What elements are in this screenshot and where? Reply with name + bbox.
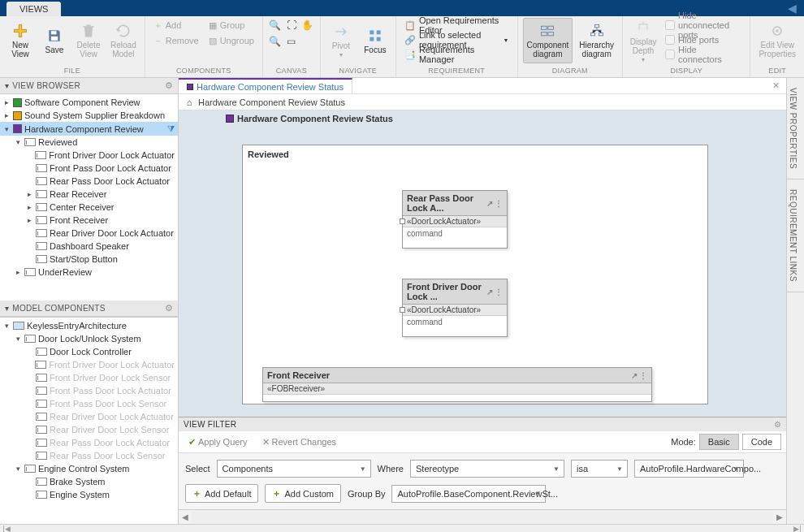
view-browser-header[interactable]: ▾ VIEW BROWSER ⚙: [0, 78, 178, 94]
view-browser-item[interactable]: Rear Driver Door Lock Actuator: [0, 227, 178, 240]
model-tree-item[interactable]: Front Driver Door Lock Sensor: [0, 371, 178, 384]
port-handle[interactable]: [400, 218, 405, 224]
apply-query-button[interactable]: ✔Apply Query: [184, 435, 253, 449]
expander-icon[interactable]: ▸: [26, 190, 33, 198]
view-properties-tab[interactable]: VIEW PROPERTIES: [787, 78, 804, 179]
view-browser-item[interactable]: Dashboard Speaker: [0, 240, 178, 253]
expander-icon[interactable]: ▾: [15, 138, 22, 146]
horizontal-scrollbar[interactable]: ◀ ▶: [179, 509, 786, 524]
home-icon[interactable]: ⌂: [184, 97, 195, 108]
view-browser-item[interactable]: Front Driver Door Lock Actuator: [0, 149, 178, 162]
view-browser-item[interactable]: Front Pass Door Lock Actuator: [0, 162, 178, 175]
breadcrumb-item[interactable]: Hardware Component Review Status: [198, 97, 345, 107]
canvas[interactable]: Hardware Component Review Status Reviewe…: [179, 110, 786, 417]
expander-icon[interactable]: ▸: [26, 203, 33, 211]
model-tree-item[interactable]: Rear Pass Door Lock Actuator: [0, 436, 178, 449]
menu-icon[interactable]: ⋮: [639, 371, 647, 380]
model-components-header[interactable]: ▾ MODEL COMPONENTS ⚙: [0, 301, 178, 317]
topbar-collapse-arrow[interactable]: ◀: [780, 0, 804, 16]
expander-icon[interactable]: ▾: [15, 335, 22, 343]
hide-connectors-checkbox[interactable]: Hide connectors: [662, 47, 745, 62]
expander-icon[interactable]: ▾: [3, 125, 11, 133]
new-view-button[interactable]: NewView: [5, 18, 36, 63]
menu-icon[interactable]: ⋮: [495, 288, 503, 296]
zoom-out-icon[interactable]: 🔍: [268, 34, 283, 49]
view-browser-item[interactable]: ▸UnderReview: [0, 266, 178, 279]
component-front-driver-actuator[interactable]: Front Driver Door Lock ...↗⋮ «DoorLockAc…: [402, 279, 508, 337]
view-browser-item[interactable]: ▾Reviewed: [0, 136, 178, 149]
expander-icon[interactable]: ▾: [15, 465, 22, 473]
requirement-links-tab[interactable]: REQUIREMENT LINKS: [787, 179, 804, 292]
expander-icon[interactable]: ▸: [15, 268, 22, 276]
views-tab[interactable]: VIEWS: [6, 2, 61, 16]
view-browser-item[interactable]: ▾Hardware Component Review⧩: [0, 122, 178, 136]
view-filter-header[interactable]: VIEW FILTER ⚙: [179, 417, 786, 431]
menu-icon[interactable]: ⋮: [495, 199, 503, 208]
model-tree-item[interactable]: Door Lock Controller: [0, 345, 178, 358]
component-front-receiver[interactable]: Front Receiver↗⋮ «FOBReceiver»: [262, 367, 652, 402]
model-tree-item[interactable]: Rear Pass Door Lock Sensor: [0, 449, 178, 462]
hierarchy-diagram-button[interactable]: Hierarchydiagram: [576, 18, 617, 63]
model-tree-item[interactable]: Front Driver Door Lock Actuator: [0, 358, 178, 371]
view-browser-item[interactable]: ▸Center Receiver: [0, 201, 178, 214]
component-diagram-button[interactable]: Componentdiagram: [523, 18, 573, 63]
pan-icon[interactable]: ✋: [300, 18, 315, 32]
save-button[interactable]: Save: [39, 18, 70, 63]
status-right-icon[interactable]: ▶|: [791, 525, 804, 532]
gear-icon[interactable]: ⚙: [774, 420, 781, 429]
expander-icon[interactable]: ▸: [3, 98, 11, 106]
model-tree-item[interactable]: ▾KeylessEntryArchitecture: [0, 319, 178, 332]
hide-unconnected-checkbox[interactable]: Hide unconnected ports: [662, 18, 745, 32]
port-handle[interactable]: [400, 307, 405, 313]
gear-icon[interactable]: ⚙: [165, 303, 173, 314]
view-browser-item[interactable]: ▸Front Receiver: [0, 214, 178, 227]
document-tab[interactable]: Hardware Component Review Status: [179, 78, 352, 93]
focus-button[interactable]: Focus: [360, 18, 391, 63]
expand-icon[interactable]: ↗: [486, 199, 493, 208]
op-value: isa: [577, 464, 588, 474]
display-depth-button: DisplayDepth▼: [628, 18, 659, 63]
view-browser-item[interactable]: Start/Stop Button: [0, 253, 178, 266]
group-icon: ▦: [209, 20, 217, 31]
fit-view-icon[interactable]: ⛶: [284, 18, 299, 32]
expander-icon[interactable]: ▸: [26, 216, 33, 224]
tree-item-label: Center Receiver: [50, 202, 114, 212]
status-left-icon[interactable]: |◀: [0, 525, 13, 532]
where-dropdown[interactable]: Stereotype: [410, 460, 564, 478]
fit-all-icon[interactable]: ▭: [284, 34, 299, 49]
view-browser-item[interactable]: ▸Rear Receiver: [0, 188, 178, 201]
select-dropdown[interactable]: Components: [217, 460, 371, 478]
model-tree-item[interactable]: ▾Door Lock/Unlock System: [0, 332, 178, 345]
group-box-reviewed[interactable]: Reviewed: [242, 145, 708, 404]
component-rear-pass-actuator[interactable]: Rear Pass Door Lock A...↗⋮ «DoorLockActu…: [402, 190, 508, 249]
mode-code-button[interactable]: Code: [742, 434, 781, 450]
expander-icon[interactable]: ▾: [3, 322, 11, 330]
model-tree-item[interactable]: Rear Driver Door Lock Actuator: [0, 410, 178, 423]
target-dropdown[interactable]: AutoProfile.HardwareCompo...: [634, 460, 744, 478]
model-tree-item[interactable]: Engine System: [0, 488, 178, 501]
scroll-left-icon[interactable]: ◀: [179, 513, 192, 521]
operator-dropdown[interactable]: isa: [571, 460, 628, 478]
view-browser-item[interactable]: Rear Pass Door Lock Actuator: [0, 175, 178, 188]
revert-changes-button[interactable]: ✕Revert Changes: [257, 435, 342, 449]
requirements-manager-button[interactable]: 📑Requirements Manager: [401, 47, 512, 62]
scroll-right-icon[interactable]: ▶: [773, 513, 786, 521]
view-browser-item[interactable]: ▸Software Component Review: [0, 96, 178, 109]
expand-icon[interactable]: ↗: [486, 288, 493, 296]
gear-icon[interactable]: ⚙: [165, 80, 173, 91]
add-custom-button[interactable]: ＋Add Custom: [265, 484, 341, 503]
zoom-in-icon[interactable]: 🔍: [268, 18, 283, 32]
model-tree-item[interactable]: Brake System: [0, 475, 178, 488]
filter-icon[interactable]: ⧩: [167, 123, 175, 134]
expander-icon[interactable]: ▸: [3, 111, 11, 119]
group-by-dropdown[interactable]: AutoProfile.BaseComponent.ReviewSt...: [391, 485, 546, 503]
model-tree-item[interactable]: Front Pass Door Lock Actuator: [0, 384, 178, 397]
expand-icon[interactable]: ↗: [631, 371, 638, 380]
close-tab-button[interactable]: ✕: [766, 78, 786, 93]
mode-basic-button[interactable]: Basic: [699, 434, 739, 450]
view-browser-item[interactable]: ▸Sound System Supplier Breakdown: [0, 109, 178, 122]
add-default-button[interactable]: ＋Add Default: [185, 484, 258, 503]
model-tree-item[interactable]: ▾Engine Control System: [0, 462, 178, 475]
model-tree-item[interactable]: Front Pass Door Lock Sensor: [0, 397, 178, 410]
model-tree-item[interactable]: Rear Driver Door Lock Sensor: [0, 423, 178, 436]
